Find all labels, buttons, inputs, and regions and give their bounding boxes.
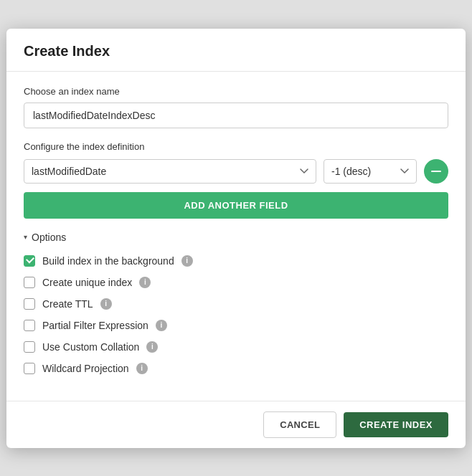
field-name-select[interactable]: lastModifiedDate _id createdDate [24, 159, 316, 184]
wildcard-projection-checkbox[interactable] [24, 363, 35, 374]
cancel-button[interactable]: CANCEL [263, 411, 336, 438]
partial-filter-checkbox[interactable] [24, 320, 35, 331]
index-name-label: Choose an index name [24, 86, 448, 97]
option-wildcard-projection: Wildcard Projection i [24, 358, 448, 379]
remove-field-button[interactable] [424, 159, 448, 184]
option-custom-collation: Use Custom Collation i [24, 336, 448, 358]
custom-collation-checkbox[interactable] [24, 341, 35, 353]
custom-collation-label: Use Custom Collation [42, 341, 139, 353]
option-partial-filter: Partial Filter Expression i [24, 315, 448, 336]
add-another-field-button[interactable]: ADD ANOTHER FIELD [24, 192, 448, 219]
build-bg-label: Build index in the background [42, 255, 174, 267]
option-build-bg: Build index in the background i [24, 250, 448, 272]
dialog-header: Create Index [6, 29, 466, 72]
build-bg-info-icon: i [181, 255, 193, 267]
dialog-title: Create Index [24, 43, 448, 60]
chevron-down-icon: ▾ [24, 233, 27, 241]
index-name-input[interactable] [24, 103, 448, 128]
create-ttl-info-icon: i [100, 298, 112, 310]
dialog-footer: CANCEL CREATE INDEX [6, 401, 466, 448]
unique-idx-label: Create unique index [42, 277, 132, 288]
options-toggle[interactable]: ▾ Options [24, 232, 448, 243]
wildcard-projection-label: Wildcard Projection [42, 363, 129, 374]
create-ttl-label: Create TTL [42, 298, 93, 310]
option-unique-idx: Create unique index i [24, 272, 448, 293]
build-bg-checkbox[interactable] [24, 255, 35, 267]
wildcard-projection-info-icon: i [136, 363, 148, 374]
option-create-ttl: Create TTL i [24, 293, 448, 315]
index-def-label: Configure the index definition [24, 141, 448, 152]
unique-idx-info-icon: i [139, 277, 151, 288]
options-section: ▾ Options Build index in the background … [24, 232, 448, 379]
field-definition-row: lastModifiedDate _id createdDate 1 (asc)… [24, 159, 448, 184]
unique-idx-checkbox[interactable] [24, 277, 35, 288]
dialog-body: Choose an index name Configure the index… [6, 72, 466, 401]
custom-collation-info-icon: i [146, 341, 158, 353]
order-select[interactable]: 1 (asc) -1 (desc) [324, 159, 417, 184]
partial-filter-label: Partial Filter Expression [42, 320, 148, 331]
partial-filter-info-icon: i [156, 320, 167, 331]
options-label: Options [32, 232, 66, 243]
create-index-button[interactable]: CREATE INDEX [344, 412, 448, 437]
create-index-dialog: Create Index Choose an index name Config… [6, 29, 466, 448]
create-ttl-checkbox[interactable] [24, 298, 35, 310]
minus-icon [431, 171, 441, 172]
